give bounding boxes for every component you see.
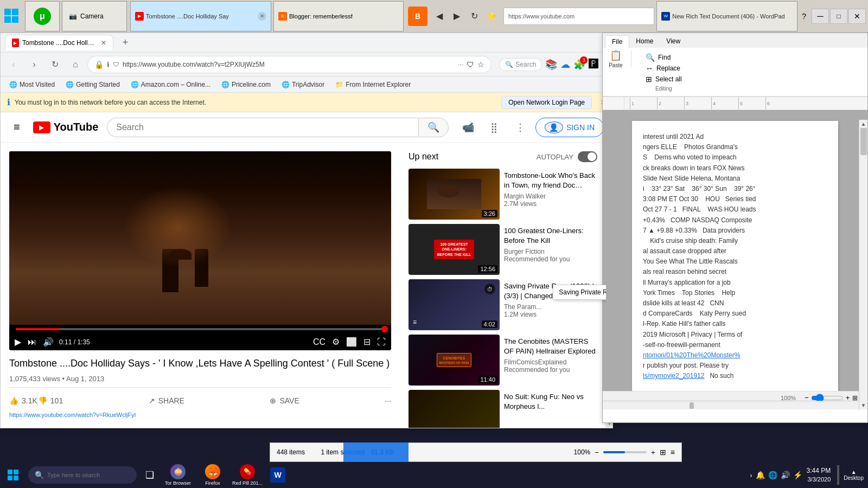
open-network-btn[interactable]: Open Network Login Page	[501, 96, 592, 109]
next-btn[interactable]: ⏭	[27, 336, 37, 348]
library-icon[interactable]: 📚	[545, 59, 557, 70]
blogger-icon-tab[interactable]: B	[408, 7, 427, 26]
horiz-thumb[interactable]	[690, 402, 694, 409]
doc-link-2[interactable]: ls/mymovie2_201912	[643, 372, 704, 380]
ribbon-tab-view[interactable]: View	[660, 35, 687, 48]
utorrent-taskbar-item[interactable]: μ	[25, 1, 60, 31]
replace-btn[interactable]: ↔ Replace	[642, 63, 685, 74]
top-nav-refresh[interactable]: ↻	[467, 9, 482, 24]
sign-in-btn[interactable]: 👤 SIGN IN	[535, 118, 604, 137]
theater-btn[interactable]: ⬜	[345, 336, 358, 348]
new-tab-btn[interactable]: +	[118, 35, 133, 50]
more-vert-icon[interactable]: ⋮	[509, 117, 531, 138]
bookmark-priceline[interactable]: 🌐 Priceline.com	[217, 80, 275, 89]
ribbon-tab-file[interactable]: File	[605, 35, 629, 48]
back-btn[interactable]: ‹	[5, 56, 22, 73]
fullscreen-btn[interactable]: ⛶	[376, 336, 387, 348]
star-icon[interactable]: ☆	[477, 60, 484, 69]
chevron-icon[interactable]: ›	[750, 471, 752, 479]
start-button[interactable]	[0, 462, 26, 488]
tab-close-btn[interactable]: ✕	[101, 39, 106, 47]
wp-scroll-down[interactable]: ▼	[860, 401, 867, 409]
camera-window-taskbar[interactable]: 📷 Camera	[62, 1, 127, 31]
refresh-btn[interactable]: ↻	[46, 56, 63, 73]
wp-scroll-up[interactable]: ▲	[860, 120, 867, 128]
save-btn[interactable]: ⊕ SAVE	[270, 392, 299, 409]
tracking-protection-icon[interactable]: 🛡	[467, 60, 474, 69]
yt-search-input[interactable]	[107, 118, 418, 137]
cc-btn[interactable]: CC	[312, 336, 327, 348]
ribbon-tab-home[interactable]: Home	[629, 35, 660, 48]
top-help[interactable]: ?	[797, 10, 810, 23]
select-all-btn[interactable]: ⊞ Select all	[642, 74, 685, 85]
yt-search-btn[interactable]: 🔍	[418, 118, 449, 137]
fe-zoom-out[interactable]: −	[595, 448, 599, 457]
video-camera-icon[interactable]: 📹	[457, 117, 479, 138]
sync-icon[interactable]: ☁	[560, 59, 570, 70]
like-btn[interactable]: 👍 3.1K	[9, 392, 37, 409]
card-menu-3[interactable]: ⋮	[583, 281, 597, 298]
red-pill-taskbar[interactable]: 💊 Red Pill 201...	[230, 462, 265, 488]
top-nav-forward[interactable]: ▶	[449, 9, 464, 24]
paste-btn[interactable]: 📋 Paste	[607, 50, 624, 67]
autoplay-toggle[interactable]	[578, 151, 597, 162]
firefox-search-box[interactable]: 🔍 Search	[499, 58, 542, 71]
apps-grid-icon[interactable]: ⣿	[483, 117, 505, 138]
bookmark-getting-started[interactable]: 🌐 Getting Started	[61, 80, 124, 89]
share-btn[interactable]: ↗ SHARE	[149, 392, 184, 409]
miniplayer-btn[interactable]: ⊟	[362, 336, 372, 348]
find-btn[interactable]: 🔍 Find	[642, 52, 685, 63]
bookmark-tripadvisor[interactable]: 🌐 TripAdvisor	[277, 80, 329, 89]
clock-display[interactable]: 3:44 PM 3/3/2020	[807, 466, 831, 484]
tray-icon-2[interactable]: 🌐	[768, 471, 777, 479]
tor-browser-taskbar[interactable]: 🧅 Tor Browser	[161, 462, 195, 488]
blogger-taskbar-item[interactable]: B Blogger: rememberlessf	[273, 1, 404, 31]
fe-view-detail[interactable]: ≡	[671, 448, 675, 457]
browser-taskbar-close[interactable]: ✕	[258, 12, 266, 21]
fe-view-list[interactable]: ⊞	[660, 448, 666, 457]
top-nav-bookmark[interactable]: ⭐	[484, 9, 499, 24]
yt-logo[interactable]: YouTube	[33, 121, 99, 133]
top-address-bar[interactable]: https://www.youtube.com	[503, 8, 654, 25]
tray-icon-4[interactable]: ⚡	[793, 471, 802, 479]
w-taskbar[interactable]: W	[265, 462, 291, 488]
video-card-4[interactable]: CENOBITES MASTERS OF PAIN 11:40 The Ceno…	[409, 335, 597, 386]
show-desktop-btn[interactable]	[837, 465, 839, 485]
forward-btn[interactable]: ›	[25, 56, 43, 73]
taskbar-search-box[interactable]: 🔍	[28, 466, 137, 484]
dislike-btn[interactable]: 👎 101	[38, 392, 63, 409]
wp-scroll-thumb[interactable]	[860, 128, 867, 155]
task-view-btn[interactable]: ❏	[139, 462, 161, 488]
pocket-icon[interactable]: 🅿	[589, 59, 598, 70]
yt-menu-btn[interactable]: ≡	[9, 117, 24, 138]
bookmark-amazon[interactable]: 🌐 Amazon.com – Online...	[126, 80, 215, 89]
tray-icon-3[interactable]: 🔊	[781, 471, 790, 479]
wordpad-taskbar-item[interactable]: W New Rich Text Document (406) - WordPad	[656, 1, 797, 31]
address-bar[interactable]: 🔒 ℹ 🛡 https://www.youtube.com/watch?v=t2…	[87, 56, 492, 73]
settings-btn[interactable]: ⚙	[331, 336, 341, 348]
top-minimize[interactable]: ─	[812, 9, 829, 24]
firefox-taskbar[interactable]: 🦊 Firefox	[195, 462, 230, 488]
video-card-2[interactable]: 100 GREATESTONE-LINERS:BEFORE THE KILL 1…	[409, 224, 597, 275]
doc-link[interactable]: ntomori/01%20The%20Monster%	[643, 351, 740, 359]
document-page[interactable]: interest until 2021 Ad ngers ELLE Photos…	[632, 121, 838, 391]
extensions-icon[interactable]: 🧩 3	[573, 59, 585, 70]
video-card-1[interactable]: 3:26 Tombstone-Look Who's Back in Town, …	[409, 169, 597, 220]
browser-taskbar-item[interactable]: ▶ Tombstone ....Doc Holliday Say ✕	[130, 1, 271, 31]
play-btn[interactable]: ▶	[14, 336, 22, 348]
address-dots[interactable]: ···	[458, 61, 463, 68]
volume-btn[interactable]: 🔊	[42, 336, 55, 348]
fe-zoom-in[interactable]: +	[651, 448, 655, 457]
video-card-5[interactable]: No Suit: Kung Fu: Neo vs Morpheus l...	[409, 390, 597, 428]
taskbar-search-input[interactable]	[47, 472, 123, 478]
progress-bar[interactable]	[16, 328, 385, 330]
top-nav-back[interactable]: ◀	[432, 9, 447, 24]
tray-icon-1[interactable]: 🔔	[756, 471, 765, 479]
bookmark-ie-imports[interactable]: 📁 From Internet Explorer	[331, 80, 415, 89]
top-close[interactable]: ✕	[848, 9, 866, 24]
more-btn[interactable]: ···	[385, 392, 391, 409]
video-card-3[interactable]: ⏱ ≡ 4:02 Saving Private Ryan (1998) | (3…	[409, 279, 597, 330]
home-btn[interactable]: ⌂	[67, 56, 84, 73]
bookmark-most-visited[interactable]: 🌐 Most Visited	[5, 80, 59, 89]
top-maximize[interactable]: □	[830, 9, 847, 24]
